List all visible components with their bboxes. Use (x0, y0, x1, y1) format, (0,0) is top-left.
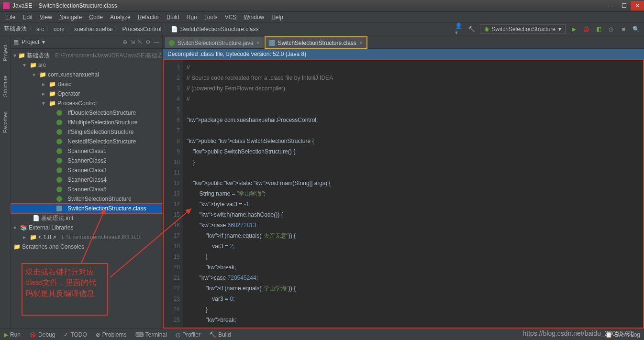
menu-file[interactable]: File (3, 13, 19, 22)
tree-folder-processcontrol[interactable]: ▾📁ProcessControl (11, 99, 162, 108)
classfile-icon (269, 40, 275, 46)
tree-pkg[interactable]: ▾📁com.xueshanxuehai (11, 70, 162, 79)
tool-run[interactable]: ▶Run (4, 331, 21, 338)
crumb[interactable]: xueshanxuehai (74, 26, 113, 33)
close-icon[interactable]: × (256, 40, 260, 46)
navigation-bar: 基础语法〉 src〉 com〉 xueshanxuehai〉 ProcessCo… (0, 23, 644, 35)
stop-icon[interactable]: ■ (619, 25, 628, 33)
tree-class[interactable]: ScannerClass4 (11, 175, 162, 185)
tool-debug[interactable]: 🐞Debug (29, 331, 55, 338)
tree-class[interactable]: NestedIfSelectionStructure (11, 137, 162, 146)
menu-run[interactable]: Run (183, 13, 200, 22)
collapse-icon[interactable]: ⇲ (130, 39, 135, 45)
tree-class[interactable]: IfSingleSelectionStructure (11, 127, 162, 137)
project-tool-icon: ▤ (13, 39, 19, 45)
class-icon (56, 196, 62, 202)
tab-java-file[interactable]: SwitchSelectionStructure.java × (165, 37, 264, 48)
tool-todo[interactable]: ✓TODO (64, 331, 87, 338)
run-config-selector[interactable]: ◉ SwitchSelectionStructure ▾ (480, 24, 566, 34)
menu-navigate[interactable]: Navigate (56, 13, 85, 22)
tool-problems[interactable]: ⊘Problems (96, 331, 127, 338)
sidebar-header: ▤ Project ▾ ⊕ ⇲ ⇱ ⚙ — (11, 35, 162, 49)
tree-iml[interactable]: 📄基础语法.iml (11, 213, 162, 223)
tab-class-file[interactable]: SwitchSelectionStructure.class × (265, 37, 367, 48)
menu-vcs[interactable]: VCS (222, 13, 240, 22)
tool-profiler[interactable]: ◷Profiler (176, 331, 200, 338)
problem-icon: ⊘ (96, 331, 100, 338)
tree-folder-basic[interactable]: ▸📁Basic (11, 79, 162, 89)
tool-terminal[interactable]: ⌨Terminal (135, 331, 167, 338)
code-editor[interactable]: 1 2 3 4 5 6 7 8 9 10 11 12 13 14 15 16 1… (163, 59, 644, 329)
crumb[interactable]: SwitchSelectionStructure.class (180, 26, 258, 33)
tree-class[interactable]: ScannerClass5 (11, 185, 162, 194)
class-icon (56, 139, 62, 144)
tree-class[interactable]: IfDoubleSelectionStructure (11, 108, 162, 118)
debug-icon: 🐞 (29, 331, 36, 338)
profile-icon[interactable]: ◷ (607, 25, 615, 33)
gear-icon[interactable]: ⚙ (145, 39, 151, 45)
tree-folder-operator[interactable]: ▸📁Operator (11, 89, 162, 99)
run-config-label: SwitchSelectionStructure (492, 26, 555, 33)
tree-scratches[interactable]: 📁Scratches and Consoles (11, 242, 162, 252)
tree-class[interactable]: SwitchSelectionStructure (11, 194, 162, 204)
build-icon[interactable]: 🔨 (467, 25, 476, 33)
menu-window[interactable]: Window (240, 13, 267, 22)
tree-class[interactable]: ScannerClass1 (11, 146, 162, 156)
menu-build[interactable]: Build (163, 13, 183, 22)
menu-code[interactable]: Code (86, 13, 106, 22)
tree-src[interactable]: ▾📁src (11, 60, 162, 70)
tree-class[interactable]: ScannerClass3 (11, 165, 162, 175)
tree-jdk[interactable]: ▸📁< 1.8 > E:\Environment\Java\JDK1.8.0 (11, 232, 162, 242)
menu-tools[interactable]: Tools (201, 13, 221, 22)
tool-build[interactable]: 🔨Build (209, 331, 231, 338)
search-icon[interactable]: 🔍 (632, 25, 640, 33)
rail-favorites[interactable]: Favorites (2, 111, 8, 133)
terminal-icon: ⌨ (135, 331, 144, 338)
close-icon[interactable]: × (359, 40, 363, 46)
gutter: 1 2 3 4 5 6 7 8 9 10 11 12 13 14 15 16 1… (164, 60, 183, 328)
left-tool-rail: Project Structure Favorites (0, 35, 11, 329)
run-config-icon: ◉ (484, 26, 489, 33)
tree-class[interactable]: IfMultipleSelectionStructure (11, 118, 162, 127)
class-icon (56, 167, 62, 173)
run-icon[interactable]: ▶ (569, 25, 578, 33)
rail-project[interactable]: Project (2, 45, 8, 61)
class-icon (56, 148, 62, 154)
coverage-icon[interactable]: ◧ (594, 25, 603, 33)
tree-selected-classfile[interactable]: SwitchSelectionStructure.class (11, 204, 162, 213)
crumb[interactable]: ProcessControl (122, 26, 161, 33)
sidebar-title[interactable]: Project (22, 39, 39, 45)
code-content[interactable]: // // Source code recreated from a .clas… (183, 60, 643, 328)
expand-icon[interactable]: ⇱ (138, 39, 143, 45)
rail-structure[interactable]: Structure (2, 76, 8, 97)
menu-analyze[interactable]: Analyze (107, 13, 134, 22)
hide-icon[interactable]: — (154, 39, 159, 45)
editor-area: SwitchSelectionStructure.java × SwitchSe… (163, 35, 644, 329)
class-icon (56, 129, 62, 135)
menu-help[interactable]: Help (268, 13, 287, 22)
tree-ext-lib[interactable]: ▾📚External Libraries (11, 223, 162, 232)
menu-edit[interactable]: Edit (19, 13, 36, 22)
tree-root[interactable]: ▾📁基础语法 E:\Environment\Java\IDEA\JavaSE\基… (11, 51, 162, 60)
watermark: https://blog.csdn.net/baidu_28055785 (522, 329, 634, 337)
breadcrumb: 基础语法〉 src〉 com〉 xueshanxuehai〉 ProcessCo… (4, 25, 259, 33)
run-icon: ▶ (4, 331, 8, 338)
debug-icon[interactable]: 🐞 (582, 25, 590, 33)
target-icon[interactable]: ⊕ (122, 39, 127, 45)
classfile-icon (56, 206, 62, 211)
menu-refactor[interactable]: Refactor (134, 13, 163, 22)
tab-label: SwitchSelectionStructure.class (278, 40, 356, 46)
user-icon[interactable]: 👤▾ (455, 25, 464, 33)
crumb[interactable]: com (54, 26, 65, 33)
chevron-down-icon[interactable]: ▾ (42, 39, 45, 45)
class-icon (56, 177, 62, 183)
minimize-button[interactable]: ─ (604, 1, 617, 11)
close-button[interactable]: ✕ (631, 1, 644, 11)
menu-view[interactable]: View (36, 13, 56, 22)
maximize-button[interactable]: ☐ (617, 1, 631, 11)
crumb[interactable]: 基础语法 (4, 25, 27, 33)
class-icon (56, 120, 62, 125)
crumb[interactable]: src (36, 26, 44, 33)
tree-class[interactable]: ScannerClass2 (11, 156, 162, 165)
editor-tabs: SwitchSelectionStructure.java × SwitchSe… (163, 35, 644, 49)
